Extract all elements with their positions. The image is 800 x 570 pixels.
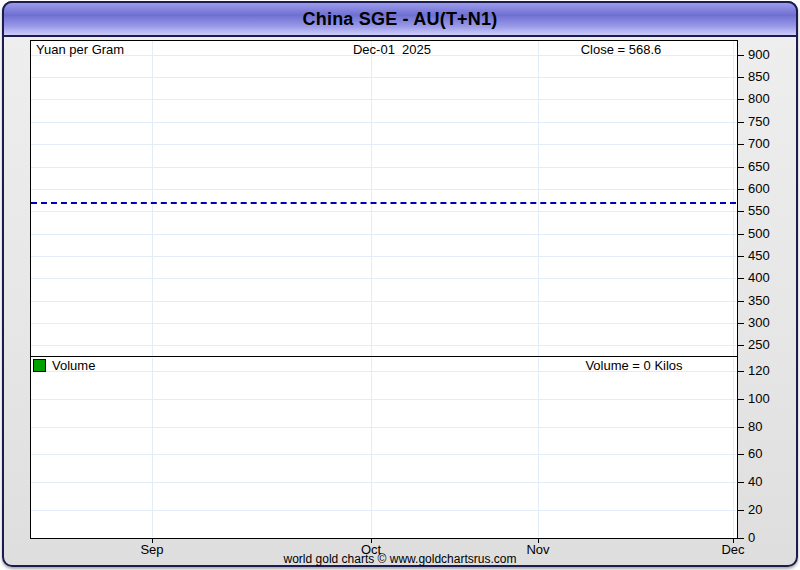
price-tick-label: 450 — [748, 249, 770, 263]
price-tick-label: 250 — [748, 338, 770, 352]
price-gridline — [31, 211, 736, 212]
price-tick-label: 550 — [748, 204, 770, 218]
volume-vertical-gridline — [733, 358, 734, 537]
volume-tick-label: 20 — [748, 503, 762, 517]
chart-stage: Yuan per Gram Dec-01 2025 Close = 568.6 … — [0, 0, 800, 570]
price-tick-label: 650 — [748, 160, 770, 174]
volume-gridline — [31, 454, 736, 455]
price-tick-label: 700 — [748, 137, 770, 151]
volume-vertical-gridline — [152, 358, 153, 537]
price-gridline — [31, 144, 736, 145]
price-gridline — [31, 122, 736, 123]
price-gridline — [31, 345, 736, 346]
price-tick-mark — [737, 345, 744, 346]
price-tick-mark — [737, 234, 744, 235]
price-tick-mark — [737, 323, 744, 324]
volume-value-label: Volume = 0 Kilos — [585, 359, 682, 373]
volume-legend-square-icon — [33, 359, 46, 372]
price-gridline — [31, 234, 736, 235]
price-vertical-gridline — [538, 41, 539, 356]
volume-tick-mark — [737, 399, 744, 400]
volume-gridline — [31, 510, 736, 511]
price-gridline — [31, 301, 736, 302]
close-price-dashed-line — [31, 202, 736, 204]
volume-tick-mark — [737, 538, 744, 539]
price-vertical-gridline — [152, 41, 153, 356]
price-gridline — [31, 189, 736, 190]
volume-tick-label: 0 — [748, 531, 755, 545]
price-tick-label: 900 — [748, 48, 770, 62]
price-vertical-gridline — [371, 41, 372, 356]
price-gridline — [31, 278, 736, 279]
volume-gridline — [31, 482, 736, 483]
volume-tick-mark — [737, 371, 744, 372]
price-tick-label: 350 — [748, 294, 770, 308]
volume-tick-mark — [737, 454, 744, 455]
price-gridline — [31, 77, 736, 78]
x-tick-label: Dec — [721, 542, 744, 557]
price-tick-mark — [737, 167, 744, 168]
price-tick-label: 500 — [748, 227, 770, 241]
price-tick-mark — [737, 55, 744, 56]
price-gridline — [31, 167, 736, 168]
price-tick-mark — [737, 144, 744, 145]
volume-tick-label: 80 — [748, 420, 762, 434]
volume-vertical-gridline — [538, 358, 539, 537]
footer-credit-line: world gold charts © www.goldchartsrus.co… — [284, 552, 517, 566]
price-tick-label: 800 — [748, 92, 770, 106]
price-tick-mark — [737, 99, 744, 100]
price-gridline — [31, 323, 736, 324]
volume-tick-mark — [737, 427, 744, 428]
price-tick-label: 600 — [748, 182, 770, 196]
volume-plot-area — [30, 356, 738, 539]
price-tick-mark — [737, 122, 744, 123]
price-tick-mark — [737, 211, 744, 212]
volume-vertical-gridline — [371, 358, 372, 537]
price-gridline — [31, 256, 736, 257]
price-tick-mark — [737, 189, 744, 190]
price-tick-label: 750 — [748, 115, 770, 129]
date-label: Dec-01 2025 — [353, 43, 431, 57]
price-tick-label: 850 — [748, 70, 770, 84]
price-tick-label: 300 — [748, 316, 770, 330]
volume-tick-label: 100 — [748, 392, 770, 406]
price-tick-mark — [737, 256, 744, 257]
price-tick-mark — [737, 77, 744, 78]
x-tick-label: Nov — [526, 542, 549, 557]
price-unit-label: Yuan per Gram — [36, 43, 124, 57]
volume-tick-label: 40 — [748, 475, 762, 489]
volume-tick-mark — [737, 482, 744, 483]
price-tick-mark — [737, 301, 744, 302]
price-tick-mark — [737, 278, 744, 279]
volume-tick-label: 60 — [748, 447, 762, 461]
price-gridline — [31, 99, 736, 100]
x-tick-label: Sep — [140, 542, 163, 557]
price-vertical-gridline — [733, 41, 734, 356]
volume-gridline — [31, 427, 736, 428]
volume-legend-label: Volume — [52, 359, 95, 373]
volume-tick-mark — [737, 510, 744, 511]
price-tick-label: 400 — [748, 271, 770, 285]
close-value-label: Close = 568.6 — [581, 43, 662, 57]
volume-gridline — [31, 399, 736, 400]
volume-tick-label: 120 — [748, 364, 770, 378]
price-plot-area — [30, 40, 738, 357]
